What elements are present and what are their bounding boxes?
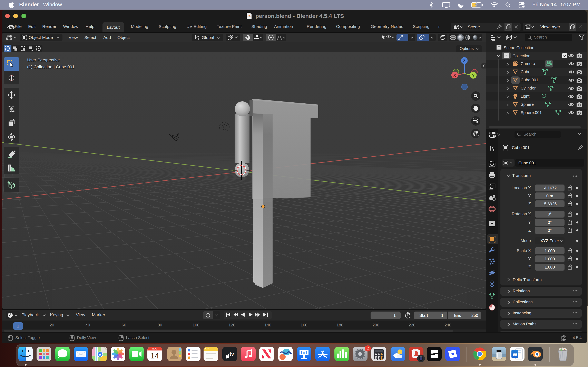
- svg-text:Z: Z: [463, 59, 466, 63]
- svg-text:W: W: [513, 352, 517, 358]
- svg-text:14: 14: [150, 351, 159, 360]
- svg-text:X: X: [453, 73, 456, 77]
- svg-text:Y: Y: [472, 73, 475, 78]
- svg-text:NOV: NOV: [152, 347, 157, 350]
- svg-text:tv: tv: [229, 351, 234, 357]
